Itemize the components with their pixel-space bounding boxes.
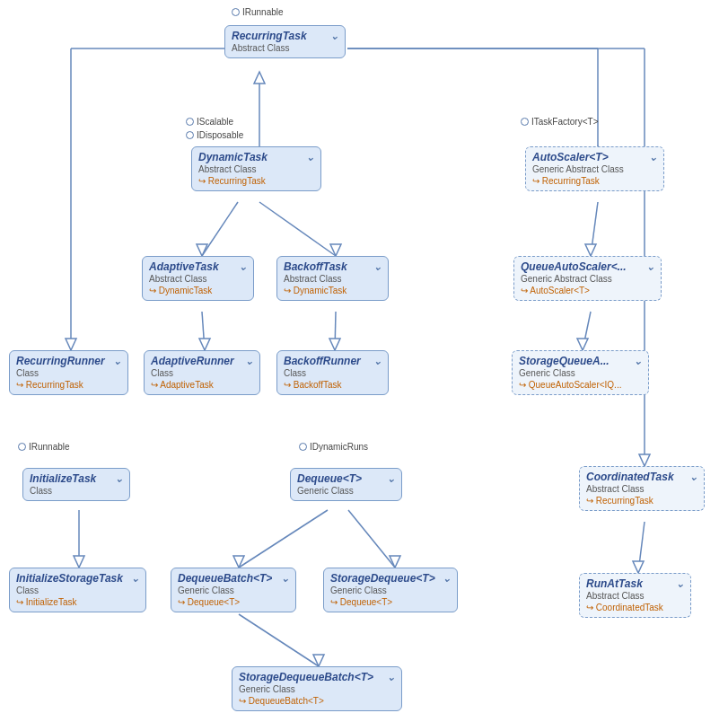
node-coordinatedtask[interactable]: CoordinatedTask ⌄ Abstract Class Recurri… [579, 466, 705, 511]
svg-line-18 [583, 312, 591, 350]
svg-line-22 [239, 510, 328, 568]
svg-marker-23 [233, 556, 244, 568]
svg-marker-8 [330, 244, 341, 256]
node-dynamictask[interactable]: DynamicTask ⌄ Abstract Class RecurringTa… [191, 146, 321, 191]
node-dequeue[interactable]: Dequeue<T> ⌄ Generic Class [290, 468, 402, 501]
svg-marker-19 [577, 339, 588, 350]
node-initializestoragetask[interactable]: InitializeStorageTask ⌄ Class Initialize… [9, 568, 146, 612]
interface-iscalable: IScalable [186, 117, 233, 127]
svg-marker-6 [197, 244, 207, 256]
svg-marker-17 [66, 339, 76, 350]
node-dequeuebatch[interactable]: DequeueBatch<T> ⌄ Generic Class Dequeue<… [171, 568, 296, 612]
svg-line-26 [638, 522, 645, 573]
svg-line-28 [239, 614, 319, 666]
node-adaptiverunner[interactable]: AdaptiveRunner ⌄ Class AdaptiveTask [144, 350, 260, 395]
svg-marker-14 [329, 339, 340, 350]
node-recurringrunner[interactable]: RecurringRunner ⌄ Class RecurringTask [9, 350, 128, 395]
node-storagedequeue[interactable]: StorageDequeue<T> ⌄ Generic Class Dequeu… [323, 568, 458, 612]
interface-itaskfactory: ITaskFactory<T> [521, 117, 598, 127]
svg-marker-1 [254, 72, 265, 84]
node-autoscaler[interactable]: AutoScaler<T> ⌄ Generic Abstract Class R… [525, 146, 664, 191]
svg-line-11 [202, 312, 205, 350]
svg-marker-29 [313, 655, 324, 666]
svg-line-7 [259, 202, 336, 256]
node-recurringtask[interactable]: RecurringTask ⌄ Abstract Class [224, 25, 346, 58]
svg-marker-27 [633, 561, 644, 573]
svg-marker-25 [390, 556, 400, 568]
interface-irunnable-2: IRunnable [18, 442, 70, 452]
node-storagedequeuebatch[interactable]: StorageDequeueBatch<T> ⌄ Generic Class D… [232, 666, 402, 711]
node-adaptivetask[interactable]: AdaptiveTask ⌄ Abstract Class DynamicTas… [142, 256, 254, 301]
svg-marker-10 [585, 244, 596, 256]
svg-line-24 [348, 510, 395, 568]
svg-marker-12 [199, 339, 210, 350]
node-queueautoscaler[interactable]: QueueAutoScaler<... ⌄ Generic Abstract C… [513, 256, 662, 301]
node-storagequeuea[interactable]: StorageQueueA... ⌄ Generic Class QueueAu… [512, 350, 649, 395]
svg-line-5 [202, 202, 238, 256]
interface-irunnable-1: IRunnable [232, 7, 284, 17]
svg-line-9 [591, 202, 598, 256]
svg-marker-32 [639, 454, 650, 466]
node-backoffrunner[interactable]: BackoffRunner ⌄ Class BackoffTask [276, 350, 389, 395]
node-runattask[interactable]: RunAtTask ⌄ Abstract Class CoordinatedTa… [579, 573, 691, 618]
node-initializetask[interactable]: InitializeTask ⌄ Class [22, 468, 130, 501]
svg-line-13 [335, 312, 336, 350]
svg-marker-21 [74, 556, 84, 568]
interface-idisposable: IDisposable [186, 130, 243, 140]
class-diagram: IRunnable IScalable IDisposable ITaskFac… [0, 0, 728, 722]
interface-idynamicruns: IDynamicRuns [299, 442, 368, 452]
node-backofftask[interactable]: BackoffTask ⌄ Abstract Class DynamicTask [276, 256, 389, 301]
